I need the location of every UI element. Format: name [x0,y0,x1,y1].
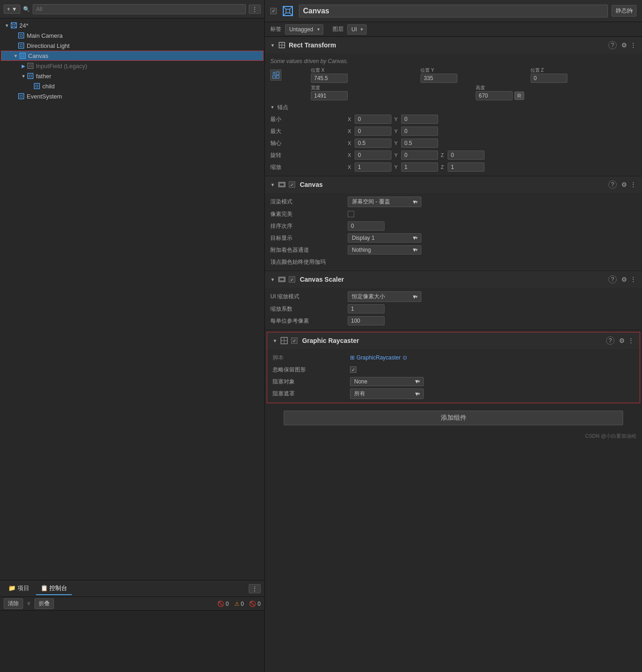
canvas-component-settings-icon[interactable]: ⚙ [621,181,627,188]
clear-button[interactable]: 清除 [4,598,23,609]
bottom-more-button[interactable]: ⋮ [249,584,261,593]
blocking-objects-chevron: ▼ [414,378,420,385]
canvas-scaler-help-icon[interactable]: ? [608,275,617,284]
scale-y-input[interactable] [401,162,438,172]
rotation-x-input[interactable] [355,151,391,160]
scene-root-item[interactable]: ▼ 24* [0,20,264,30]
blocking-mask-dropdown[interactable]: 所有 ▼ [350,388,424,399]
canvas-scaler-more-icon[interactable]: ⋮ [630,276,636,283]
graphic-raycaster-enabled[interactable] [291,337,298,344]
pos-z-input[interactable] [531,74,567,83]
height-label: 高度 [476,85,637,91]
blocking-mask-dropdown-wrapper[interactable]: 所有 ▼ [350,388,424,399]
graphic-raycaster-help-icon[interactable]: ? [606,336,614,345]
inputfield-arrow[interactable]: ▶ [20,63,27,69]
rect-transform-more-icon[interactable]: ⋮ [630,41,636,49]
anchor-header: ▼ 锚点 [265,101,642,113]
canvas-scaler-section: Canvas Scaler ? ⚙ ⋮ UI 缩放模式 恒定像素大小 ▼ [265,271,642,330]
pos-x-input[interactable] [311,74,348,83]
child-item[interactable]: ▶ child [0,81,264,91]
blocking-mask-row: 阻塞遮罩 所有 ▼ [267,388,640,400]
anchor-max-x-input[interactable] [355,127,391,136]
scale-x-input[interactable] [355,162,391,172]
graphic-raycaster-more-icon[interactable]: ⋮ [628,337,634,344]
father-item[interactable]: ▼ father [0,71,264,81]
height-input[interactable] [476,91,513,100]
render-mode-dropdown[interactable]: 屏幕空间 - 覆盖 ▼ [348,197,421,207]
script-row: 脚本 ⊞ GraphicRaycaster ⊙ [267,352,640,364]
scale-z-input[interactable] [448,162,484,172]
pos-z-label: 位置 Z [531,67,636,74]
target-display-dropdown[interactable]: Display 1 ▼ [348,233,421,243]
add-component-button[interactable]: 添加组件 [284,411,623,425]
script-circle-btn[interactable]: ⊙ [403,354,407,361]
error-count-item: 🚫 0 [217,601,229,607]
canvas-component-header[interactable]: Canvas ? ⚙ ⋮ [265,176,642,193]
rotation-y-input[interactable] [401,151,438,160]
anchor-min-x-input[interactable] [355,115,391,124]
directional-light-item[interactable]: ▶ Directional Light [0,41,264,51]
tab-console[interactable]: 📋 控制台 [36,582,72,595]
add-hierarchy-button[interactable]: + ▼ [4,5,20,14]
search-input[interactable] [33,4,246,14]
pivot-y-input[interactable] [401,139,438,148]
canvas-component-enabled[interactable] [289,181,295,188]
folder-icon: 📁 [8,585,16,591]
additional-shader-label: 附加着色器通道 [270,246,344,254]
anchor-max-y-input[interactable] [401,127,438,136]
graphic-raycaster-settings-icon[interactable]: ⚙ [619,337,625,344]
rect-transform-help-icon[interactable]: ? [608,41,617,49]
object-name-input[interactable] [299,5,608,17]
additional-shader-dropdown[interactable]: Nothing ▼ [348,245,421,255]
render-mode-dropdown-wrapper[interactable]: 屏幕空间 - 覆盖 ▼ [348,197,421,207]
ui-scale-mode-dropdown-wrapper[interactable]: 恒定像素大小 ▼ [348,291,421,302]
blocking-objects-dropdown-wrapper[interactable]: None ▼ [350,377,424,386]
collapse-button[interactable]: 折叠 [35,598,54,609]
eventsystem-item[interactable]: ▶ EventSystem [0,91,264,101]
hierarchy-more-button[interactable]: ⋮ [249,5,261,14]
rotation-y-field: Y [394,151,438,160]
canvas-scaler-settings-icon[interactable]: ⚙ [621,276,627,283]
scene-arrow[interactable]: ▼ [4,22,10,29]
reset-button[interactable]: R [514,92,525,100]
additional-shader-dropdown-wrapper[interactable]: Nothing ▼ [348,245,421,255]
tag-dropdown[interactable]: Untagged [285,24,323,35]
canvas-component-help-icon[interactable]: ? [608,180,617,189]
main-camera-item[interactable]: ▶ Main Camera [0,30,264,41]
scale-factor-input[interactable] [348,304,385,313]
anchor-preset-icon[interactable] [270,70,281,81]
pixel-perfect-checkbox[interactable] [348,211,354,217]
rect-transform-header[interactable]: Rect Transform ? ⚙ ⋮ [265,37,642,53]
canvas-component-more-icon[interactable]: ⋮ [630,181,636,188]
canvas-item[interactable]: ▼ Canvas [1,51,263,61]
anchor-min-y-input[interactable] [401,115,438,124]
anchor-min-y-field: Y [394,115,438,124]
inputfield-label: InputField (Legacy) [36,63,87,70]
canvas-label: Canvas [28,52,48,59]
blocking-objects-dropdown[interactable]: None ▼ [350,377,424,386]
ui-scale-mode-dropdown[interactable]: 恒定像素大小 ▼ [348,291,421,302]
pos-y-input[interactable] [420,74,457,83]
width-input[interactable] [311,91,348,100]
tab-project[interactable]: 📁 项目 [4,582,34,595]
layer-dropdown[interactable]: UI [347,24,367,35]
object-enabled-checkbox[interactable] [270,8,277,14]
target-display-dropdown-wrapper[interactable]: Display 1 ▼ [348,233,421,243]
father-arrow[interactable]: ▼ [20,73,27,79]
canvas-scaler-enabled[interactable] [289,276,295,283]
graphic-raycaster-header[interactable]: Graphic Raycaster ? ⚙ ⋮ [267,332,640,349]
canvas-scaler-header[interactable]: Canvas Scaler ? ⚙ ⋮ [265,271,642,288]
layer-dropdown-wrapper[interactable]: UI [347,24,367,35]
pivot-x-input[interactable] [355,139,391,148]
tag-dropdown-wrapper[interactable]: Untagged [285,24,323,35]
sort-order-input[interactable] [348,221,385,231]
rect-transform-settings-icon[interactable]: ⚙ [621,41,627,49]
ignore-reversed-checkbox[interactable] [350,366,356,373]
static-dropdown[interactable]: 静态的 [612,5,636,17]
inputfield-item[interactable]: ▶ InputField (Legacy) [0,61,264,71]
rotation-z-input[interactable] [448,151,484,160]
blocking-objects-label: 阻塞对象 [273,378,346,386]
ref-pixels-input[interactable] [348,316,385,325]
pos-x-field: 位置 X [311,67,417,83]
canvas-arrow[interactable]: ▼ [12,52,19,59]
